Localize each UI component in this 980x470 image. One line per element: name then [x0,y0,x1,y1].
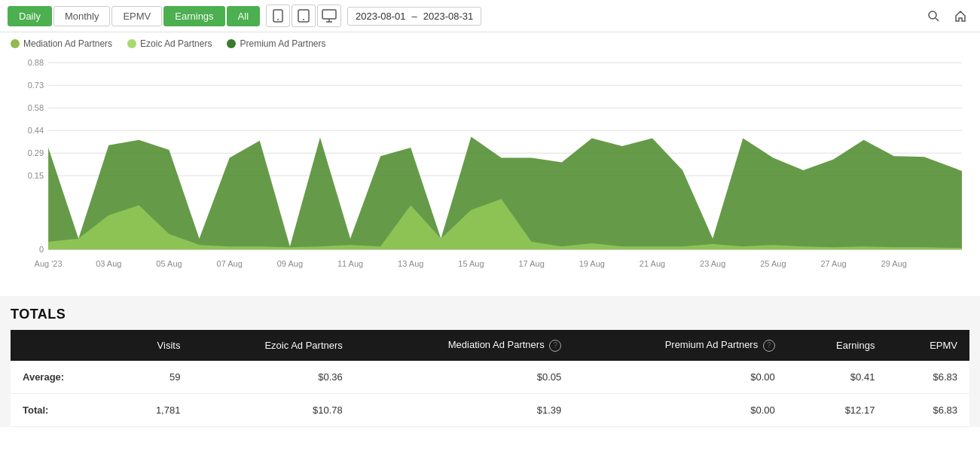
svg-line-8 [936,18,939,21]
col-header-epmv: EPMV [887,330,969,361]
svg-text:29 Aug: 29 Aug [881,259,907,268]
desktop-icon-button[interactable] [317,5,341,27]
svg-text:27 Aug: 27 Aug [820,259,846,268]
totals-title: TOTALS [11,307,969,322]
row-visits-total: 1,781 [115,393,193,426]
legend-dot-premium [227,39,236,48]
svg-text:23 Aug: 23 Aug [700,259,725,268]
date-end: 2023-08-31 [423,11,474,22]
svg-text:0.44: 0.44 [28,126,44,135]
svg-text:0.73: 0.73 [28,81,44,90]
svg-text:17 Aug: 17 Aug [518,259,544,268]
row-ezoic-average: $0.36 [192,361,354,394]
svg-point-7 [929,11,936,19]
svg-text:19 Aug: 19 Aug [579,259,605,268]
all-button[interactable]: All [227,6,260,26]
legend-dot-mediation [11,39,20,48]
col-header-earnings: Earnings [787,330,887,361]
mediation-help-icon[interactable]: ? [549,340,561,352]
svg-text:13 Aug: 13 Aug [398,259,423,268]
row-label-average: Average: [11,361,115,394]
date-start: 2023-08-01 [356,11,406,22]
legend-dot-ezoic [127,39,136,48]
svg-text:0.15: 0.15 [28,171,44,180]
monthly-button[interactable]: Monthly [53,6,111,26]
legend-ezoic: Ezoic Ad Partners [127,38,212,49]
premium-help-icon[interactable]: ? [763,340,775,352]
col-header-label [11,330,115,361]
legend-label-mediation: Mediation Ad Partners [23,38,112,49]
svg-text:11 Aug: 11 Aug [337,259,363,268]
svg-text:03 Aug: 03 Aug [96,259,121,268]
toolbar: Daily Monthly EPMV Earnings All [0,0,980,32]
table-row-average: Average: 59 $0.36 $0.05 $0.00 $0.41 $6.8… [11,361,969,394]
chart-svg: 0.88 0.73 0.58 0.44 0.29 0.15 0 Aug '23 … [11,55,969,288]
search-icon-button[interactable] [921,5,945,27]
col-header-ezoic: Ezoic Ad Partners [192,330,354,361]
svg-text:09 Aug: 09 Aug [277,259,303,268]
row-mediation-total: $1.39 [355,393,573,426]
row-premium-total: $0.00 [573,393,787,426]
totals-table: Visits Ezoic Ad Partners Mediation Ad Pa… [11,330,969,427]
svg-text:15 Aug: 15 Aug [458,259,484,268]
svg-text:07 Aug: 07 Aug [217,259,243,268]
svg-text:21 Aug: 21 Aug [640,259,665,268]
col-header-premium: Premium Ad Partners ? [573,330,787,361]
row-epmv-average: $6.83 [887,361,969,394]
earnings-button[interactable]: Earnings [163,6,224,26]
svg-text:0: 0 [39,245,44,254]
toolbar-right [921,5,972,27]
svg-text:Aug '23: Aug '23 [35,259,63,268]
tablet-icon-button[interactable] [292,5,316,27]
col-header-visits: Visits [115,330,193,361]
row-earnings-average: $0.41 [787,361,887,394]
svg-text:0.58: 0.58 [28,103,44,112]
date-separator: – [412,11,417,22]
col-header-mediation: Mediation Ad Partners ? [355,330,573,361]
daily-button[interactable]: Daily [8,6,52,26]
date-range[interactable]: 2023-08-01 – 2023-08-31 [347,7,481,26]
svg-rect-4 [322,10,336,19]
home-icon-button[interactable] [948,5,972,27]
row-epmv-total: $6.83 [887,393,969,426]
legend-mediation: Mediation Ad Partners [11,38,112,49]
chart-legend: Mediation Ad Partners Ezoic Ad Partners … [0,32,980,55]
mobile-icon-button[interactable] [266,5,290,27]
svg-text:05 Aug: 05 Aug [156,259,182,268]
legend-label-premium: Premium Ad Partners [240,38,325,49]
chart-controls [921,5,972,27]
row-ezoic-total: $10.78 [192,393,354,426]
legend-label-ezoic: Ezoic Ad Partners [140,38,212,49]
svg-point-1 [277,19,279,20]
totals-section: TOTALS Visits Ezoic Ad Partners Mediatio… [0,296,980,427]
row-label-total: Total: [11,393,115,426]
row-mediation-average: $0.05 [355,361,573,394]
svg-point-3 [303,19,304,20]
row-visits-average: 59 [115,361,193,394]
svg-text:0.88: 0.88 [28,58,44,67]
svg-text:25 Aug: 25 Aug [760,259,786,268]
row-earnings-total: $12.17 [787,393,887,426]
legend-premium: Premium Ad Partners [227,38,325,49]
row-premium-average: $0.00 [573,361,787,394]
view-buttons: Daily Monthly EPMV Earnings All [8,6,260,26]
device-buttons [266,5,341,27]
chart-area: 0.88 0.73 0.58 0.44 0.29 0.15 0 Aug '23 … [0,55,980,296]
svg-text:0.29: 0.29 [28,148,44,157]
table-row-total: Total: 1,781 $10.78 $1.39 $0.00 $12.17 $… [11,393,969,426]
table-header-row: Visits Ezoic Ad Partners Mediation Ad Pa… [11,330,969,361]
epmv-button[interactable]: EPMV [111,6,162,26]
